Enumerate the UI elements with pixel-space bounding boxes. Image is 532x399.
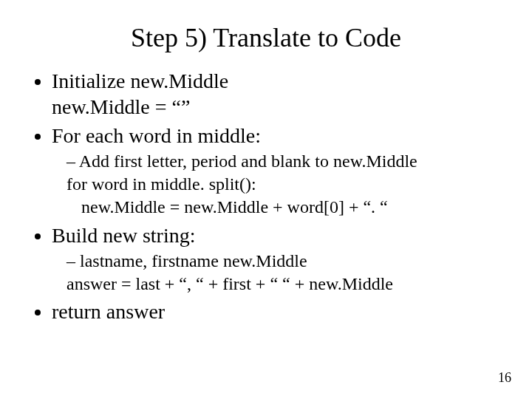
bullet-text: return answer (52, 300, 165, 323)
bullet-initialize: Initialize new.Middle new.Middle = “” (52, 68, 510, 120)
code-init: new.Middle = “” (52, 94, 510, 120)
bullet-list: Initialize new.Middle new.Middle = “” Fo… (22, 68, 510, 324)
sub-lastname: lastname, firstname new.Middle (66, 250, 510, 273)
slide-title: Step 5) Translate to Code (22, 22, 510, 53)
sub-add-letter: Add first letter, period and blank to ne… (66, 150, 510, 173)
bullet-text: For each word in middle: (52, 124, 261, 147)
code-answer: answer = last + “, “ + first + “ “ + new… (66, 273, 510, 296)
code-for: for word in middle. split(): (66, 173, 510, 196)
sub-list: lastname, firstname new.Middle answer = … (52, 250, 510, 296)
slide: Step 5) Translate to Code Initialize new… (0, 0, 532, 399)
bullet-text: Build new string: (52, 224, 195, 247)
bullet-return: return answer (52, 299, 510, 324)
page-number: 16 (498, 370, 511, 386)
bullet-foreach: For each word in middle: Add first lette… (52, 123, 510, 219)
sub-list: Add first letter, period and blank to ne… (52, 150, 510, 219)
code-append: new.Middle = new.Middle + word[0] + “. “ (66, 196, 510, 219)
bullet-text: Initialize new.Middle (52, 69, 228, 92)
bullet-build: Build new string: lastname, firstname ne… (52, 222, 510, 296)
